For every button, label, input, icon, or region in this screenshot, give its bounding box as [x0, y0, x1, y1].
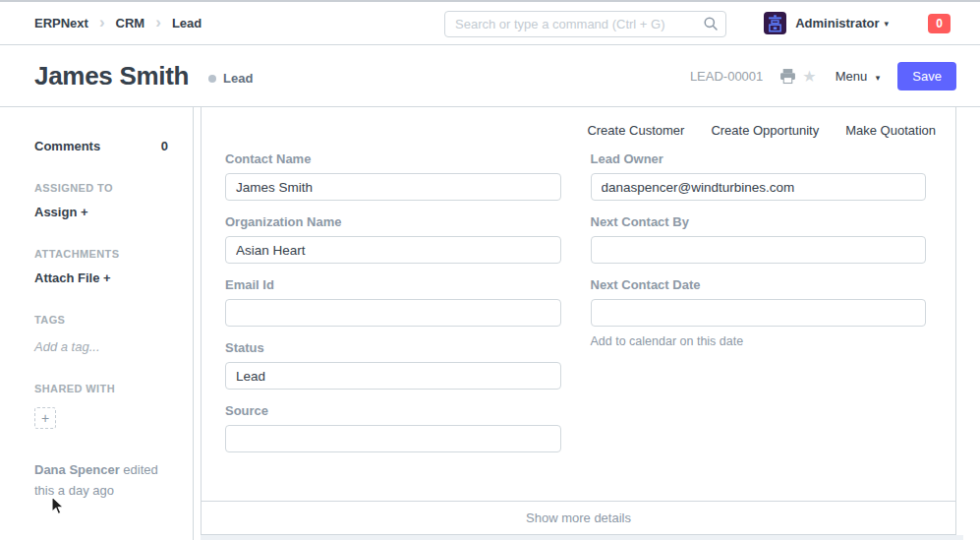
document-id: LEAD-00001 [690, 69, 763, 84]
next-contact-date-label: Next Contact Date [591, 277, 927, 292]
page-head: James Smith Lead LEAD-00001 ★ Menu ▾ Sav… [0, 45, 980, 107]
shared-with-heading: SHARED WITH [34, 383, 168, 394]
email-id-field: Email Id [225, 277, 561, 327]
lead-form-panel: Create Customer Create Opportunity Make … [201, 107, 956, 535]
lead-owner-field: Lead Owner [591, 151, 927, 201]
show-more-details-link[interactable]: Show more details [526, 511, 631, 525]
status-label: Lead [223, 71, 253, 86]
organization-name-field: Organization Name [225, 214, 561, 264]
organization-name-label: Organization Name [225, 214, 561, 229]
robot-avatar-icon [766, 14, 784, 32]
page-title: James Smith [34, 61, 189, 91]
status-input[interactable] [225, 362, 561, 390]
global-search [444, 11, 726, 37]
chevron-down-icon: ▾ [884, 19, 889, 29]
assign-button[interactable]: Assign + [34, 205, 168, 219]
next-contact-by-label: Next Contact By [591, 214, 927, 229]
share-add-button[interactable]: + [34, 407, 56, 429]
attachments-heading: ATTACHMENTS [34, 248, 168, 260]
content-area: Comments 0 ASSIGNED TO Assign + ATTACHME… [0, 107, 980, 540]
user-name[interactable]: Administrator [795, 16, 879, 30]
comments-label: Comments [34, 139, 100, 153]
star-icon[interactable]: ★ [802, 67, 816, 86]
lead-owner-label: Lead Owner [591, 151, 927, 166]
status-label: Status [225, 340, 561, 355]
menu-button[interactable]: Menu ▾ [836, 69, 881, 84]
search-icon [703, 16, 719, 35]
attach-file-button[interactable]: Attach File + [34, 270, 168, 285]
form-footer: Show more details [202, 501, 955, 534]
main-column: Create Customer Create Opportunity Make … [194, 107, 980, 540]
tags-heading: TAGS [34, 314, 168, 326]
add-tag-input[interactable]: Add a tag... [34, 339, 168, 354]
source-label: Source [225, 403, 561, 418]
last-edited-note: Dana Spencer edited this a day ago [34, 459, 174, 502]
page-head-actions: LEAD-00001 ★ Menu ▾ Save [690, 62, 956, 90]
user-avatar[interactable] [764, 12, 786, 34]
email-id-input[interactable] [225, 299, 561, 327]
breadcrumb: ERPNext › CRM › Lead [34, 14, 202, 32]
print-icon[interactable] [779, 68, 796, 85]
organization-name-input[interactable] [225, 236, 561, 264]
navbar-user-area: Administrator ▾ 0 [764, 12, 951, 34]
next-contact-by-field: Next Contact By [591, 214, 927, 264]
contact-name-label: Contact Name [225, 151, 561, 166]
form-fields: Contact Name Organization Name Email Id … [202, 138, 955, 466]
left-column: Contact Name Organization Name Email Id … [225, 151, 561, 466]
source-input[interactable] [225, 425, 561, 452]
assigned-to-heading: ASSIGNED TO [34, 182, 168, 194]
make-quotation-button[interactable]: Make Quotation [845, 123, 936, 138]
search-input[interactable] [444, 11, 726, 37]
next-contact-date-help: Add to calendar on this date [591, 334, 927, 348]
status-dot-icon [208, 75, 216, 83]
email-id-label: Email Id [225, 277, 561, 292]
save-button[interactable]: Save [897, 62, 956, 90]
status-indicator: Lead [208, 71, 253, 86]
form-actions: Create Customer Create Opportunity Make … [202, 107, 955, 138]
next-contact-date-field: Next Contact Date Add to calendar on thi… [591, 277, 927, 348]
sidebar-item-comments[interactable]: Comments 0 [34, 139, 168, 153]
contact-name-field: Contact Name [225, 151, 561, 201]
comments-count: 0 [161, 139, 168, 153]
breadcrumb-lead[interactable]: Lead [172, 16, 202, 30]
create-opportunity-button[interactable]: Create Opportunity [711, 123, 819, 138]
breadcrumb-erpnext[interactable]: ERPNext [34, 16, 88, 30]
chevron-down-icon: ▾ [876, 73, 881, 83]
right-column: Lead Owner Next Contact By Next Contact … [591, 151, 927, 466]
chevron-right-icon: › [155, 14, 161, 32]
breadcrumb-crm[interactable]: CRM [116, 16, 145, 30]
next-contact-by-input[interactable] [591, 236, 927, 264]
chevron-right-icon: › [99, 14, 105, 32]
source-field: Source [225, 403, 561, 452]
page-background-strip [201, 535, 963, 540]
editor-name: Dana Spencer [34, 462, 120, 477]
create-customer-button[interactable]: Create Customer [587, 123, 684, 138]
lead-owner-input[interactable] [591, 173, 927, 201]
top-navbar: ERPNext › CRM › Lead Administrator ▾ 0 [0, 0, 980, 45]
notification-badge[interactable]: 0 [928, 14, 951, 33]
contact-name-input[interactable] [225, 173, 561, 201]
status-field: Status [225, 340, 561, 390]
next-contact-date-input[interactable] [591, 299, 927, 327]
form-sidebar: Comments 0 ASSIGNED TO Assign + ATTACHME… [0, 107, 194, 540]
